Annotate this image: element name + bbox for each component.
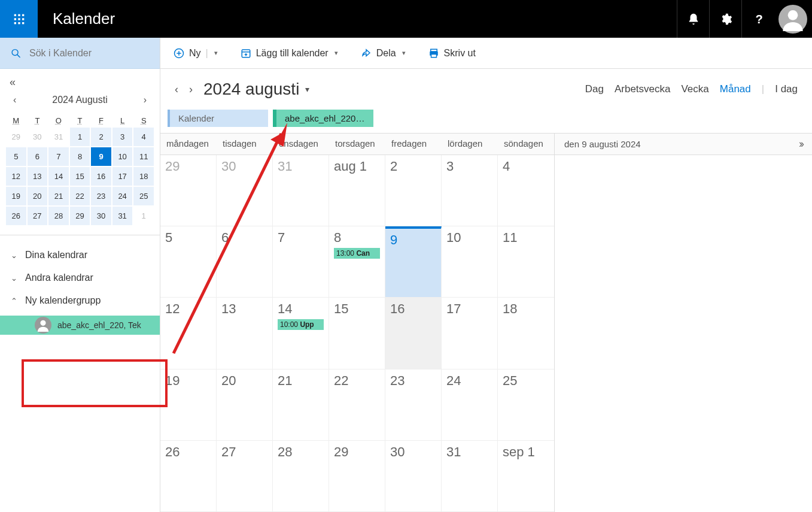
calendar-day-cell[interactable]: 24 bbox=[442, 369, 498, 440]
next-month-button[interactable]: › bbox=[189, 83, 193, 96]
calendar-day-cell[interactable]: 15 bbox=[329, 298, 385, 368]
mini-day-cell[interactable]: 23 bbox=[91, 187, 111, 205]
mini-day-cell[interactable]: 13 bbox=[28, 167, 48, 186]
mini-next-month-button[interactable]: › bbox=[141, 92, 149, 108]
mini-day-cell[interactable]: 31 bbox=[48, 128, 69, 146]
chevron-down-icon[interactable]: ▾ bbox=[214, 49, 218, 57]
mini-day-cell[interactable]: 17 bbox=[112, 167, 133, 186]
app-launcher-button[interactable] bbox=[0, 0, 38, 38]
calendar-day-cell[interactable]: 3 bbox=[442, 155, 498, 226]
calendar-day-cell[interactable]: 9 bbox=[385, 226, 442, 297]
view-month[interactable]: Månad bbox=[720, 83, 751, 95]
view-workweek[interactable]: Arbetsvecka bbox=[615, 83, 671, 95]
calendar-day-cell[interactable]: 12 bbox=[160, 298, 217, 368]
calendar-day-cell[interactable]: 11 bbox=[498, 226, 554, 297]
user-avatar[interactable] bbox=[778, 5, 807, 34]
mini-day-cell[interactable]: 16 bbox=[91, 167, 111, 186]
mini-day-cell[interactable]: 2 bbox=[91, 128, 111, 146]
calendar-day-cell[interactable]: aug 1 bbox=[329, 155, 385, 226]
calendar-day-cell[interactable]: 13 bbox=[217, 298, 273, 368]
calendar-day-cell[interactable]: 30 bbox=[217, 155, 273, 226]
calendar-day-cell[interactable]: 4 bbox=[498, 155, 554, 226]
mini-day-cell[interactable]: 29 bbox=[6, 128, 26, 146]
calendar-event[interactable]: 10:00 Upp bbox=[278, 319, 324, 330]
mini-day-cell[interactable]: 1 bbox=[70, 128, 90, 146]
calendar-day-cell[interactable]: 19 bbox=[160, 369, 217, 440]
calendar-day-cell[interactable]: 30 bbox=[385, 441, 442, 511]
calendar-day-cell[interactable]: 29 bbox=[329, 441, 385, 511]
mini-day-cell[interactable]: 9 bbox=[91, 147, 111, 166]
calendar-tab-room[interactable]: abe_akc_ehl_220, Tek bbox=[273, 110, 373, 127]
mini-day-cell[interactable]: 18 bbox=[133, 167, 154, 186]
calendar-day-cell[interactable]: 5 bbox=[160, 226, 217, 297]
mini-day-cell[interactable]: 7 bbox=[48, 147, 69, 166]
group-other-calendars[interactable]: ⌄Andra kalendrar bbox=[0, 266, 160, 289]
view-today[interactable]: I dag bbox=[775, 83, 798, 95]
calendar-event[interactable]: 13:00 Can bbox=[334, 248, 380, 259]
calendar-day-cell[interactable]: 18 bbox=[498, 298, 554, 368]
calendar-day-cell[interactable]: 20 bbox=[217, 369, 273, 440]
help-button[interactable]: ? bbox=[741, 0, 774, 38]
chevron-down-icon[interactable]: ▾ bbox=[402, 49, 406, 57]
mini-day-cell[interactable]: 3 bbox=[112, 128, 133, 146]
calendar-day-cell[interactable]: 23 bbox=[385, 369, 442, 440]
mini-day-cell[interactable]: 8 bbox=[70, 147, 90, 166]
mini-day-cell[interactable]: 22 bbox=[70, 187, 90, 205]
settings-button[interactable] bbox=[709, 0, 741, 38]
mini-day-cell[interactable]: 26 bbox=[6, 207, 26, 225]
mini-day-cell[interactable]: 1 bbox=[133, 207, 154, 225]
mini-day-cell[interactable]: 28 bbox=[48, 207, 69, 225]
share-button[interactable]: Dela ▾ bbox=[361, 48, 406, 59]
calendar-day-cell[interactable]: 26 bbox=[160, 441, 217, 511]
collapse-sidebar-button[interactable]: « bbox=[10, 76, 16, 88]
month-picker-button[interactable]: ▾ bbox=[305, 84, 309, 94]
mini-day-cell[interactable]: 4 bbox=[133, 128, 154, 146]
print-button[interactable]: Skriv ut bbox=[428, 48, 476, 59]
calendar-day-cell[interactable]: sep 1 bbox=[498, 441, 554, 511]
mini-day-cell[interactable]: 5 bbox=[6, 147, 26, 166]
search-input[interactable] bbox=[29, 48, 149, 59]
calendar-day-cell[interactable]: 7 bbox=[273, 226, 329, 297]
calendar-day-cell[interactable]: 2 bbox=[385, 155, 442, 226]
calendar-day-cell[interactable]: 31 bbox=[273, 155, 329, 226]
chevron-down-icon[interactable]: ▾ bbox=[334, 49, 338, 57]
calendar-tab-main[interactable]: Kalender bbox=[168, 110, 268, 127]
new-button[interactable]: Ny | ▾ bbox=[174, 48, 218, 59]
mini-day-cell[interactable]: 20 bbox=[28, 187, 48, 205]
calendar-day-cell[interactable]: 813:00 Can bbox=[329, 226, 385, 297]
agenda-more-button[interactable]: ›› bbox=[799, 138, 802, 150]
mini-day-cell[interactable]: 29 bbox=[70, 207, 90, 225]
view-day[interactable]: Dag bbox=[585, 83, 604, 95]
calendar-day-cell[interactable]: 29 bbox=[160, 155, 217, 226]
calendar-day-cell[interactable]: 31 bbox=[442, 441, 498, 511]
mini-day-cell[interactable]: 27 bbox=[28, 207, 48, 225]
mini-day-cell[interactable]: 21 bbox=[48, 187, 69, 205]
search-bar[interactable] bbox=[0, 38, 160, 69]
calendar-day-cell[interactable]: 25 bbox=[498, 369, 554, 440]
mini-day-cell[interactable]: 12 bbox=[6, 167, 26, 186]
mini-day-cell[interactable]: 11 bbox=[133, 147, 154, 166]
group-new-calendar-group[interactable]: ⌃Ny kalendergrupp bbox=[0, 289, 160, 312]
add-calendar-button[interactable]: Lägg till kalender ▾ bbox=[241, 48, 338, 59]
mini-day-cell[interactable]: 31 bbox=[112, 207, 133, 225]
mini-day-cell[interactable]: 14 bbox=[48, 167, 69, 186]
notifications-button[interactable] bbox=[677, 0, 709, 38]
calendar-day-cell[interactable]: 17 bbox=[442, 298, 498, 368]
calendar-item-room[interactable]: abe_akc_ehl_220, Tek bbox=[0, 316, 160, 335]
group-my-calendars[interactable]: ⌄Dina kalendrar bbox=[0, 244, 160, 266]
mini-day-cell[interactable]: 6 bbox=[28, 147, 48, 166]
calendar-day-cell[interactable]: 22 bbox=[329, 369, 385, 440]
calendar-day-cell[interactable]: 16 bbox=[385, 298, 442, 368]
mini-day-cell[interactable]: 24 bbox=[112, 187, 133, 205]
mini-day-cell[interactable]: 10 bbox=[112, 147, 133, 166]
mini-day-cell[interactable]: 15 bbox=[70, 167, 90, 186]
mini-day-cell[interactable]: 30 bbox=[91, 207, 111, 225]
prev-month-button[interactable]: ‹ bbox=[175, 83, 178, 96]
calendar-day-cell[interactable]: 21 bbox=[273, 369, 329, 440]
mini-day-cell[interactable]: 30 bbox=[28, 128, 48, 146]
calendar-day-cell[interactable]: 6 bbox=[217, 226, 273, 297]
mini-day-cell[interactable]: 25 bbox=[133, 187, 154, 205]
calendar-day-cell[interactable]: 10 bbox=[442, 226, 498, 297]
mini-prev-month-button[interactable]: ‹ bbox=[11, 92, 19, 108]
calendar-day-cell[interactable]: 1410:00 Upp bbox=[273, 298, 329, 368]
